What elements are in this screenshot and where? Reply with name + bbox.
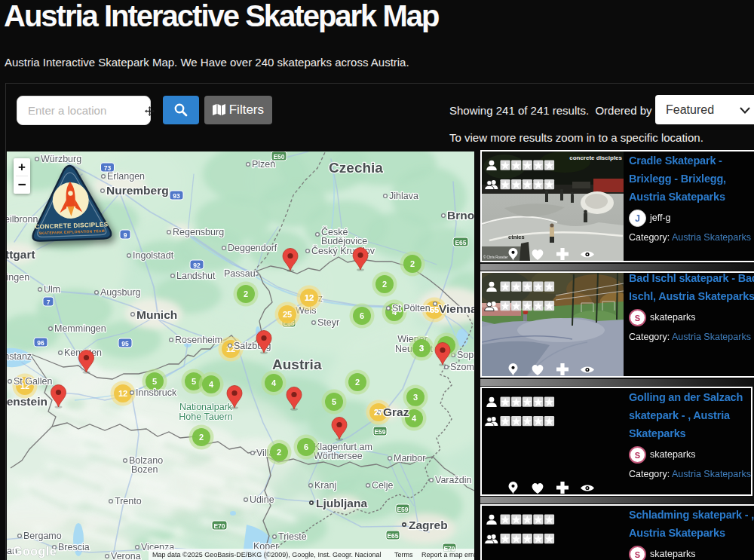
svg-text:Czechia: Czechia	[329, 160, 383, 176]
svg-text:Map data ©2025 GeoBasis-DE/BKG: Map data ©2025 GeoBasis-DE/BKG (©2009), …	[152, 551, 381, 558]
svg-text:12: 12	[118, 389, 127, 398]
svg-text:Hohe Tauern: Hohe Tauern	[179, 412, 232, 422]
svg-text:4: 4	[209, 380, 214, 389]
svg-text:4: 4	[271, 378, 277, 387]
svg-text:Graz: Graz	[383, 405, 409, 418]
svg-text:Rosenheim: Rosenheim	[175, 335, 222, 345]
svg-text:3: 3	[419, 344, 424, 353]
svg-text:93: 93	[173, 192, 180, 200]
svg-text:6: 6	[360, 311, 364, 320]
svg-text:6: 6	[304, 442, 308, 451]
svg-text:Tübingen: Tübingen	[7, 272, 29, 283]
svg-text:Vienna: Vienna	[439, 302, 474, 315]
svg-text:Nationalpark: Nationalpark	[179, 402, 233, 412]
svg-text:Szombathely: Szombathely	[450, 362, 474, 372]
svg-text:2: 2	[410, 259, 415, 268]
svg-text:65: 65	[430, 305, 439, 314]
svg-text:27: 27	[374, 408, 383, 417]
svg-text:Ulm: Ulm	[44, 284, 60, 295]
svg-text:Zagreb: Zagreb	[409, 519, 448, 531]
svg-text:Maribor: Maribor	[394, 453, 425, 464]
svg-text:Würzburg: Würzburg	[41, 154, 81, 164]
svg-text:Landshut: Landshut	[176, 271, 216, 281]
svg-text:2: 2	[277, 448, 281, 457]
svg-text:Terms: Terms	[394, 551, 413, 558]
svg-text:Bozen: Bozen	[131, 464, 158, 475]
svg-text:Trento: Trento	[115, 496, 142, 506]
svg-text:Bergamo: Bergamo	[23, 531, 62, 541]
svg-text:Memmingen: Memmingen	[54, 323, 106, 334]
svg-text:Budějovice: Budějovice	[321, 236, 367, 246]
svg-text:Innsbruck: Innsbruck	[136, 387, 177, 398]
svg-text:5: 5	[332, 397, 336, 406]
svg-text:4: 4	[412, 414, 417, 423]
svg-text:Ljubljana: Ljubljana	[316, 497, 367, 510]
svg-text:E70: E70	[213, 522, 225, 530]
svg-text:9: 9	[124, 231, 127, 239]
svg-text:Regensburg: Regensburg	[173, 227, 224, 237]
svg-text:7: 7	[47, 298, 51, 306]
svg-text:2: 2	[244, 289, 248, 298]
svg-text:E65: E65	[455, 239, 466, 246]
svg-text:E59: E59	[397, 506, 408, 513]
svg-text:Passau: Passau	[224, 268, 256, 279]
svg-text:Nuremberg: Nuremberg	[106, 184, 169, 197]
svg-text:96: 96	[37, 339, 44, 347]
svg-text:Varaždin: Varaždin	[435, 475, 471, 485]
svg-text:E59: E59	[374, 428, 385, 436]
svg-text:2: 2	[355, 378, 360, 387]
svg-text:Ingolstadt: Ingolstadt	[133, 250, 174, 261]
svg-text:Augsburg: Augsburg	[100, 287, 141, 298]
svg-text:Udine: Udine	[250, 494, 274, 505]
svg-text:Brescia: Brescia	[58, 542, 90, 552]
svg-text:Report a map error: Report a map error	[421, 551, 474, 558]
svg-text:Brno: Brno	[447, 209, 474, 222]
svg-text:25: 25	[283, 310, 292, 319]
svg-text:2: 2	[382, 280, 387, 289]
svg-text:Jihlava: Jihlava	[389, 191, 418, 201]
svg-text:5: 5	[192, 377, 196, 386]
svg-text:Deggendorf: Deggendorf	[228, 243, 277, 253]
svg-text:95: 95	[121, 340, 129, 347]
svg-text:12: 12	[305, 293, 314, 302]
svg-text:Konstanz: Konstanz	[7, 351, 32, 362]
svg-text:Steyr: Steyr	[317, 317, 339, 328]
svg-text:5: 5	[152, 377, 157, 386]
svg-text:Plzeň: Plzeň	[252, 159, 275, 170]
svg-text:92: 92	[193, 262, 201, 269]
svg-text:St Pölten: St Pölten	[392, 303, 431, 314]
svg-text:Trieste: Trieste	[278, 531, 307, 542]
svg-text:3: 3	[413, 393, 418, 402]
svg-text:Munich: Munich	[136, 308, 177, 321]
svg-text:St Gallen: St Gallen	[14, 376, 52, 387]
svg-text:Google: Google	[13, 545, 57, 558]
svg-text:Wörthersee: Wörthersee	[314, 451, 363, 461]
svg-text:Verona: Verona	[111, 551, 141, 560]
svg-text:2: 2	[199, 433, 204, 442]
svg-text:Stuttgart: Stuttgart	[7, 248, 35, 261]
svg-text:E50: E50	[273, 153, 284, 161]
svg-text:E65: E65	[387, 532, 398, 540]
svg-text:Celje: Celje	[372, 480, 394, 491]
svg-text:Sopron: Sopron	[457, 350, 474, 360]
svg-text:Austria: Austria	[272, 357, 322, 372]
svg-text:Kranj: Kranj	[314, 480, 336, 491]
